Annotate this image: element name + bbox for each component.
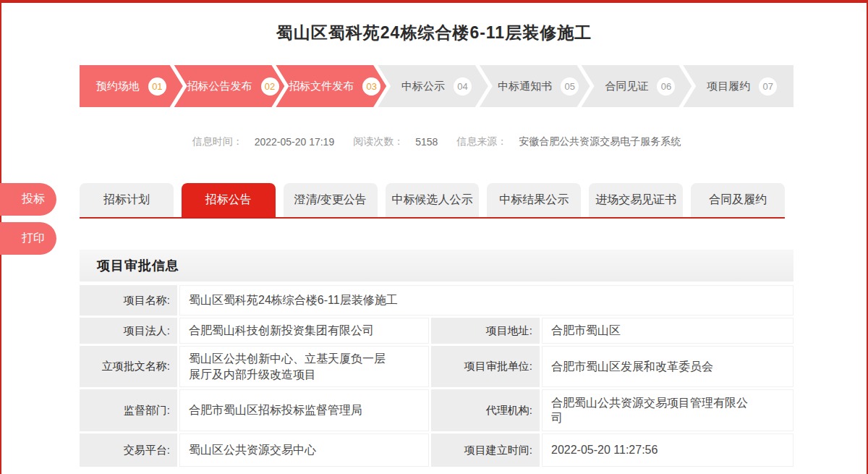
page-title: 蜀山区蜀科苑24栋综合楼6-11层装修施工 <box>0 22 868 44</box>
step-number-badge: 04 <box>454 77 472 96</box>
step-number-badge: 01 <box>148 77 166 96</box>
step-number-badge: 05 <box>561 77 579 96</box>
table-row: 立项批文名称: 蜀山区公共创新中心、立基天厦负一层展厅及内部升级改造项目 项目审… <box>80 346 793 387</box>
step-project-performance[interactable]: 项目履约 07 <box>683 65 793 107</box>
tab-winning-candidates[interactable]: 中标候选人公示 <box>386 183 480 217</box>
project-address-label: 项目地址: <box>431 318 540 344</box>
tab-tender-announcement[interactable]: 招标公告 <box>182 183 276 217</box>
project-legal-value: 合肥蜀山科技创新投资集团有限公司 <box>179 318 429 344</box>
project-name-value: 蜀山区蜀科苑24栋综合楼6-11层装修施工 <box>179 285 793 316</box>
step-number-badge: 02 <box>261 77 279 96</box>
approval-authority-label: 项目审批单位: <box>431 346 540 387</box>
supervision-dept-value: 合肥市蜀山区招标投标监督管理局 <box>179 389 429 431</box>
section-header-project-approval: 项目审批信息 <box>80 250 793 282</box>
step-number-badge: 03 <box>362 77 380 96</box>
info-time-value: 2022-05-20 17:19 <box>255 136 335 148</box>
tab-contract-performance[interactable]: 合同及履约 <box>691 183 785 217</box>
approval-doc-name-value: 蜀山区公共创新中心、立基天厦负一层展厅及内部升级改造项目 <box>179 346 429 387</box>
step-label: 招标公告发布 <box>187 80 252 93</box>
agency-label: 代理机构: <box>431 389 540 431</box>
step-number-badge: 07 <box>759 77 777 96</box>
step-label: 预约场地 <box>96 80 140 93</box>
info-source-value: 安徽合肥公共资源交易电子服务系统 <box>519 135 681 148</box>
table-row: 项目法人: 合肥蜀山科技创新投资集团有限公司 项目地址: 合肥市蜀山区 <box>80 318 793 344</box>
agency-value: 合肥蜀山公共资源交易项目管理有限公司 <box>542 389 793 431</box>
tab-bar: 招标计划 招标公告 澄清/变更公告 中标候选人公示 中标结果公示 进场交易见证书… <box>80 183 785 219</box>
table-row: 项目名称: 蜀山区蜀科苑24栋综合楼6-11层装修施工 <box>80 285 793 316</box>
project-approval-table: 项目名称: 蜀山区蜀科苑24栋综合楼6-11层装修施工 项目法人: 合肥蜀山科技… <box>80 285 793 469</box>
step-tender-announcement-publish[interactable]: 招标公告发布 02 <box>174 65 285 107</box>
step-label: 中标公示 <box>401 80 445 93</box>
step-reserve-venue[interactable]: 预约场地 01 <box>80 65 183 107</box>
supervision-dept-label: 监督部门: <box>80 389 177 431</box>
read-count-label: 阅读次数： <box>353 135 404 148</box>
step-winning-notice[interactable]: 中标通知书 05 <box>480 65 590 107</box>
table-row: 监督部门: 合肥市蜀山区招标投标监督管理局 代理机构: 合肥蜀山公共资源交易项目… <box>80 389 793 431</box>
project-legal-label: 项目法人: <box>80 318 177 344</box>
approval-authority-value: 合肥市蜀山区发展和改革委员会 <box>542 346 793 387</box>
project-name-label: 项目名称: <box>80 285 177 316</box>
info-time-label: 信息时间： <box>192 135 243 148</box>
progress-steps: 预约场地 01 招标公告发布 02 招标文件发布 03 中标公示 04 中标通知… <box>80 65 793 107</box>
bid-button[interactable]: 投标 <box>0 183 56 216</box>
top-accent-bar <box>0 0 868 3</box>
step-number-badge: 06 <box>657 77 675 96</box>
trade-platform-label: 交易平台: <box>80 433 177 467</box>
trade-platform-value: 蜀山区公共资源交易中心 <box>179 433 429 467</box>
step-tender-documents-publish[interactable]: 招标文件发布 03 <box>276 65 386 107</box>
info-source-label: 信息来源： <box>456 135 507 148</box>
step-label: 中标通知书 <box>498 80 552 93</box>
tab-entry-transaction-certificate[interactable]: 进场交易见证书 <box>589 183 683 217</box>
tab-winning-results[interactable]: 中标结果公示 <box>487 183 581 217</box>
step-contract-witness[interactable]: 合同见证 06 <box>582 65 692 107</box>
tab-tender-plan[interactable]: 招标计划 <box>80 183 174 217</box>
project-create-time-label: 项目建立时间: <box>431 433 540 467</box>
read-count-value: 5158 <box>415 136 438 148</box>
table-row: 交易平台: 蜀山区公共资源交易中心 项目建立时间: 2022-05-20 11:… <box>80 433 793 467</box>
section-title: 项目审批信息 <box>97 257 179 274</box>
tab-clarification-change[interactable]: 澄清/变更公告 <box>284 183 378 217</box>
step-label: 合同见证 <box>605 80 648 93</box>
step-winning-publicity[interactable]: 中标公示 04 <box>378 65 488 107</box>
project-address-value: 合肥市蜀山区 <box>542 318 793 344</box>
page-root: 蜀山区蜀科苑24栋综合楼6-11层装修施工 预约场地 01 招标公告发布 02 … <box>0 0 868 474</box>
step-label: 招标文件发布 <box>289 80 354 93</box>
approval-doc-name-label: 立项批文名称: <box>80 346 177 387</box>
print-button[interactable]: 打印 <box>0 222 56 255</box>
project-create-time-value: 2022-05-20 11:27:56 <box>542 433 793 467</box>
step-label: 项目履约 <box>707 80 750 93</box>
info-meta-line: 信息时间： 2022-05-20 17:19 阅读次数： 5158 信息来源： … <box>80 135 793 148</box>
